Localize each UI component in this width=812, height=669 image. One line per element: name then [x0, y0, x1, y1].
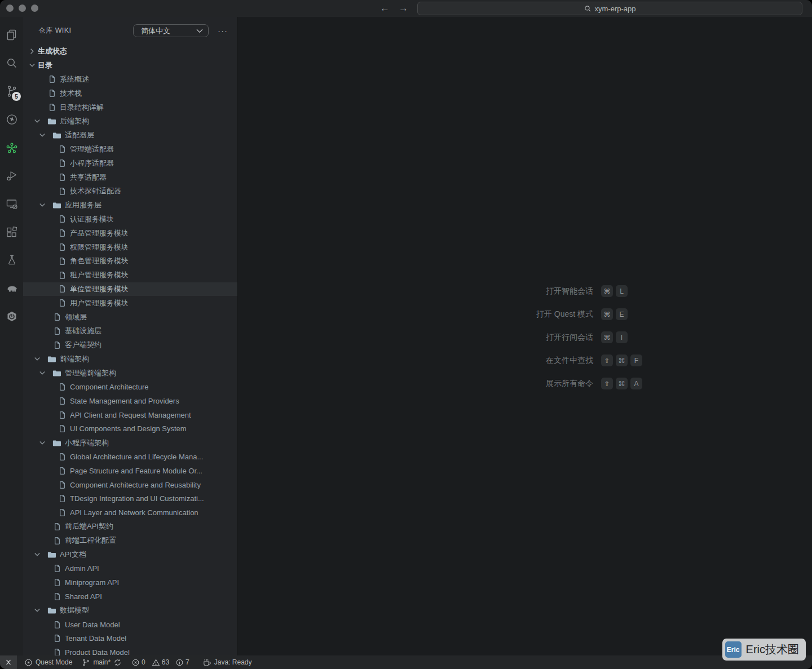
tree-item-file[interactable]: 小程序适配器	[23, 156, 237, 170]
tree-item-file[interactable]: 技术探针适配器	[23, 184, 237, 198]
tree-item-file[interactable]: Shared API	[23, 590, 237, 604]
remote-indicator[interactable]	[0, 655, 17, 669]
tree-item-file[interactable]: 认证服务模块	[23, 212, 237, 227]
key-cap: ⇧	[601, 378, 613, 389]
chevron-down-icon	[196, 29, 203, 33]
forward-icon[interactable]: →	[399, 3, 408, 14]
infos-count: 7	[186, 658, 189, 666]
editor-area[interactable]: 打开智能会话⌘L打开 Quest 模式⌘E打开行间会话⌘I在文件中查找⇧⌘F展示…	[237, 17, 812, 655]
back-icon[interactable]: ←	[380, 3, 390, 14]
tree-item-folder[interactable]: API文档	[23, 548, 237, 562]
tree-item-file[interactable]: 用户管理服务模块	[23, 296, 237, 310]
tree-item-file[interactable]: Miniprogram API	[23, 575, 237, 590]
tree-item-file[interactable]: 领域层	[23, 310, 237, 324]
chevron-down-icon	[33, 607, 42, 614]
tree-item-file[interactable]: 管理端适配器	[23, 143, 237, 157]
coffee-cup-icon	[202, 658, 211, 667]
more-actions-icon[interactable]: ···	[218, 26, 228, 36]
tree-item-file[interactable]: Component Architecture and Reusability	[23, 478, 237, 492]
tree-item-file[interactable]: 前后端API契约	[23, 520, 237, 534]
branch-status[interactable]: main*	[82, 658, 122, 667]
shortcut-hint-row: 打开行间会话⌘I	[464, 326, 650, 349]
problems-status[interactable]: 0 63 7	[131, 658, 193, 667]
tree-item-folder[interactable]: 数据模型	[23, 604, 237, 618]
tree-item-label: 小程序适配器	[70, 158, 114, 169]
folder-icon	[47, 550, 56, 559]
tree-item-file[interactable]: 单位管理服务模块	[23, 282, 237, 296]
folder-icon	[52, 369, 61, 378]
tree-item-folder[interactable]: 小程序端架构	[23, 436, 237, 450]
tree-item-file[interactable]: 系统概述	[23, 73, 237, 87]
search-view-icon[interactable]	[0, 49, 23, 77]
eric-watermark-text: Eric技术圈	[746, 642, 799, 657]
tree-item-file[interactable]: Page Structure and Feature Module Or...	[23, 464, 237, 478]
tree-item-file[interactable]: 租户管理服务模块	[23, 268, 237, 282]
language-selector-value: 简体中文	[141, 26, 170, 36]
ai-network-icon[interactable]	[0, 134, 23, 162]
quest-mode-status[interactable]: Quest Mode	[24, 658, 72, 667]
gradle-elephant-icon[interactable]	[0, 274, 23, 303]
sidebar-header: 仓库 WIKI 简体中文 ···	[23, 17, 237, 45]
tree-item-file[interactable]: 权限管理服务模块	[23, 240, 237, 254]
tree-item-file[interactable]: 基础设施层	[23, 324, 237, 338]
spring-boot-icon[interactable]	[0, 303, 23, 331]
quest-mode-label: Quest Mode	[36, 658, 72, 666]
chevron-down-icon	[33, 118, 42, 125]
tree-item-file[interactable]: 客户端契约	[23, 338, 237, 352]
tree-item-file[interactable]: API Layer and Network Communication	[23, 506, 237, 520]
tree-item-folder[interactable]: 后端架构	[23, 114, 237, 129]
info-icon	[175, 658, 184, 667]
tree-item-file[interactable]: 共享适配器	[23, 170, 237, 184]
tree-item-section[interactable]: 生成状态	[23, 45, 237, 59]
tree-item-label: 技术探针适配器	[70, 186, 121, 196]
window-controls	[6, 5, 38, 12]
tree-item-file[interactable]: Admin API	[23, 561, 237, 575]
tree-item-file[interactable]: API Client and Request Management	[23, 408, 237, 422]
chevron-down-icon	[38, 132, 47, 139]
tree-item-folder[interactable]: 管理端前端架构	[23, 366, 237, 380]
chevron-right-icon	[28, 48, 37, 55]
file-icon	[47, 75, 56, 84]
tree-item-file[interactable]: 前端工程化配置	[23, 534, 237, 548]
tree-item-label: 产品管理服务模块	[70, 228, 129, 238]
app-window: ← → xym-erp-app 5	[0, 0, 812, 669]
run-debug-icon[interactable]	[0, 162, 23, 190]
remote-explorer-icon[interactable]	[0, 190, 23, 218]
warnings-count: 63	[162, 658, 169, 666]
key-cap: A	[630, 378, 642, 389]
tree-item-file[interactable]: 技术栈	[23, 86, 237, 100]
java-status[interactable]: Java: Ready	[202, 658, 252, 667]
tree-item-label: 权限管理服务模块	[70, 242, 129, 252]
language-selector[interactable]: 简体中文	[133, 24, 209, 37]
tree-item-file[interactable]: State Management and Providers	[23, 394, 237, 408]
tree-item-section[interactable]: 目录	[23, 59, 237, 73]
tree-item-file[interactable]: UI Components and Design System	[23, 422, 237, 436]
explorer-icon[interactable]	[0, 21, 23, 49]
tree-item-folder[interactable]: 前端架构	[23, 352, 237, 366]
shortcut-label: 打开 Quest 模式	[464, 309, 593, 320]
source-control-icon[interactable]: 5	[0, 77, 23, 105]
tree-item-file[interactable]: TDesign Integration and UI Customizati..…	[23, 492, 237, 506]
tree-item-file[interactable]: Component Architecture	[23, 380, 237, 394]
tree-item-label: 目录	[38, 60, 52, 70]
close-window-button[interactable]	[6, 5, 14, 12]
sync-icon[interactable]	[113, 658, 122, 667]
tree-item-label: Tenant Data Model	[65, 634, 126, 643]
tree-item-folder[interactable]: 适配器层	[23, 129, 237, 143]
tree-item-file[interactable]: Tenant Data Model	[23, 631, 237, 645]
tree-item-file[interactable]: User Data Model	[23, 618, 237, 632]
testing-beaker-icon[interactable]	[0, 246, 23, 274]
tree-item-folder[interactable]: 应用服务层	[23, 198, 237, 212]
tree-item-file[interactable]: 产品管理服务模块	[23, 226, 237, 240]
tree-item-file[interactable]: 目录结构详解	[23, 100, 237, 114]
tree-item-label: 前端架构	[60, 354, 89, 364]
quest-icon[interactable]	[0, 105, 23, 134]
extensions-icon[interactable]	[0, 218, 23, 246]
command-center-search[interactable]: xym-erp-app	[417, 2, 802, 15]
tree-item-file[interactable]: 角色管理服务模块	[23, 254, 237, 268]
shortcut-label: 展示所有命令	[464, 379, 593, 389]
tree-item-file[interactable]: Global Architecture and Lifecycle Mana..…	[23, 450, 237, 464]
minimize-window-button[interactable]	[19, 5, 26, 12]
maximize-window-button[interactable]	[31, 5, 38, 12]
tree-item-file[interactable]: Product Data Model	[23, 645, 237, 655]
